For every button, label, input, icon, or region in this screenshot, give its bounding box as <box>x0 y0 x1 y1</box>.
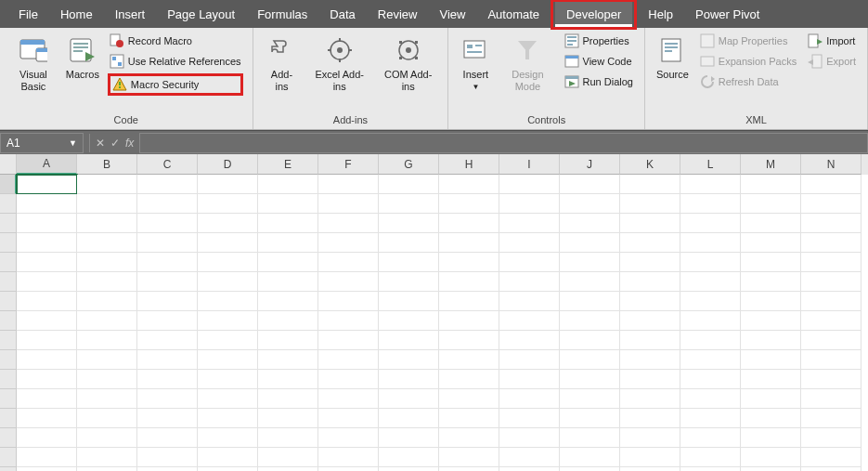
cell[interactable] <box>439 311 499 331</box>
cell[interactable] <box>620 292 680 311</box>
cell[interactable] <box>318 311 379 331</box>
cell[interactable] <box>198 350 258 370</box>
row-header[interactable] <box>0 175 17 194</box>
cell[interactable] <box>560 448 620 467</box>
cell[interactable] <box>741 214 801 233</box>
cell[interactable] <box>379 409 439 428</box>
cell[interactable] <box>77 194 137 214</box>
cell[interactable] <box>17 292 77 311</box>
cell[interactable] <box>620 214 680 233</box>
cell[interactable] <box>318 448 379 467</box>
cell[interactable] <box>439 175 499 194</box>
cell[interactable] <box>77 272 137 292</box>
column-header[interactable]: A <box>17 154 77 175</box>
cell[interactable] <box>379 233 439 253</box>
column-header[interactable]: D <box>198 154 258 175</box>
cell[interactable] <box>198 194 258 214</box>
tab-view[interactable]: View <box>428 2 476 27</box>
refresh-data-button[interactable]: Refresh Data <box>698 72 798 91</box>
cell[interactable] <box>620 233 680 253</box>
view-code-button[interactable]: View Code <box>563 52 635 71</box>
cell[interactable] <box>379 214 439 233</box>
tab-developer[interactable]: Developer <box>555 2 632 27</box>
cell[interactable] <box>560 350 620 370</box>
cell[interactable] <box>439 467 499 471</box>
cell[interactable] <box>379 194 439 214</box>
cell[interactable] <box>198 272 258 292</box>
tab-formulas[interactable]: Formulas <box>246 2 318 27</box>
cell[interactable] <box>17 272 77 292</box>
enter-formula-icon[interactable]: ✓ <box>110 137 120 150</box>
cell[interactable] <box>318 389 379 409</box>
cell[interactable] <box>137 467 198 471</box>
cell[interactable] <box>801 331 862 350</box>
cell[interactable] <box>17 448 77 467</box>
column-header[interactable]: H <box>439 154 499 175</box>
cell[interactable] <box>137 311 198 331</box>
cell[interactable] <box>137 272 198 292</box>
cell[interactable] <box>620 467 680 471</box>
cell[interactable] <box>137 389 198 409</box>
cell[interactable] <box>741 272 801 292</box>
cell[interactable] <box>318 194 379 214</box>
cell[interactable] <box>77 175 137 194</box>
cell[interactable] <box>560 175 620 194</box>
tab-review[interactable]: Review <box>367 2 429 27</box>
cell[interactable] <box>137 409 198 428</box>
import-button[interactable]: Import <box>806 32 858 50</box>
column-header[interactable]: L <box>680 154 741 175</box>
cell[interactable] <box>439 409 499 428</box>
fx-icon[interactable]: fx <box>125 137 134 150</box>
cell[interactable] <box>741 350 801 370</box>
cell[interactable] <box>318 409 379 428</box>
column-header[interactable]: I <box>499 154 560 175</box>
row-header[interactable] <box>0 272 17 292</box>
cell[interactable] <box>258 448 318 467</box>
cell[interactable] <box>801 194 862 214</box>
cell[interactable] <box>258 194 318 214</box>
cell[interactable] <box>137 253 198 272</box>
cell[interactable] <box>318 467 379 471</box>
cell[interactable] <box>77 428 137 448</box>
cell[interactable] <box>379 350 439 370</box>
cell[interactable] <box>801 233 862 253</box>
cell[interactable] <box>560 409 620 428</box>
cell[interactable] <box>379 175 439 194</box>
cell[interactable] <box>680 331 741 350</box>
cell[interactable] <box>17 370 77 389</box>
cancel-formula-icon[interactable]: ✕ <box>96 137 105 150</box>
tab-power-pivot[interactable]: Power Pivot <box>684 2 771 27</box>
cell[interactable] <box>17 214 77 233</box>
cell[interactable] <box>17 331 77 350</box>
cell[interactable] <box>258 370 318 389</box>
cell[interactable] <box>137 350 198 370</box>
cell[interactable] <box>680 292 741 311</box>
tab-file[interactable]: File <box>7 2 49 27</box>
excel-addins-button[interactable]: Excel Add-ins <box>304 30 374 97</box>
column-header[interactable]: M <box>741 154 801 175</box>
cell[interactable] <box>318 292 379 311</box>
cell[interactable] <box>318 370 379 389</box>
cell[interactable] <box>198 370 258 389</box>
cell[interactable] <box>77 467 137 471</box>
cell[interactable] <box>198 233 258 253</box>
cell[interactable] <box>137 428 198 448</box>
cell[interactable] <box>499 194 560 214</box>
cell[interactable] <box>620 448 680 467</box>
cell[interactable] <box>137 233 198 253</box>
cell[interactable] <box>77 448 137 467</box>
cell[interactable] <box>198 409 258 428</box>
cell[interactable] <box>741 194 801 214</box>
column-header[interactable]: K <box>620 154 680 175</box>
row-header[interactable] <box>0 292 17 311</box>
cell[interactable] <box>680 175 741 194</box>
cell[interactable] <box>680 214 741 233</box>
cell[interactable] <box>439 292 499 311</box>
cell[interactable] <box>379 331 439 350</box>
cell[interactable] <box>198 253 258 272</box>
cell[interactable] <box>137 331 198 350</box>
cell[interactable] <box>439 448 499 467</box>
row-header[interactable] <box>0 194 17 214</box>
cell[interactable] <box>560 194 620 214</box>
cell[interactable] <box>499 253 560 272</box>
